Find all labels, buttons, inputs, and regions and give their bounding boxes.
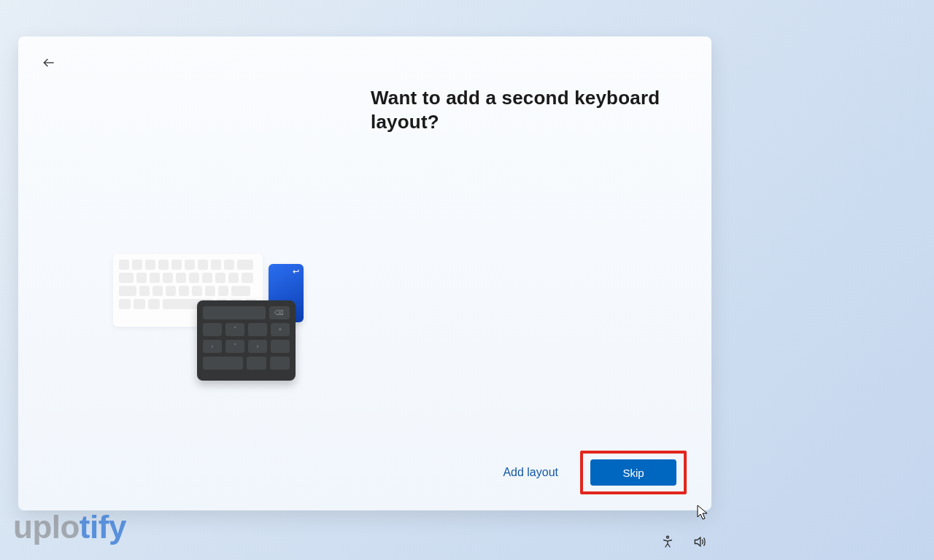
right-column: Want to add a second keyboard layout? (365, 86, 690, 451)
highlight-box: Skip (580, 451, 687, 494)
watermark-text: uplotify (13, 509, 126, 545)
footer-actions: Add layout Skip (40, 451, 690, 494)
left-column: ⌫ ˄+ ‹˅› (40, 86, 365, 451)
oobe-dialog: ⌫ ˄+ ‹˅› Want to add a second keyboard l… (18, 36, 711, 510)
page-heading: Want to add a second keyboard layout? (371, 86, 660, 133)
add-layout-button[interactable]: Add layout (497, 459, 564, 486)
content-row: ⌫ ˄+ ‹˅› Want to add a second keyboard l… (40, 86, 690, 451)
watermark-part2: tify (80, 509, 126, 545)
accessibility-button[interactable] (660, 534, 676, 550)
arrow-left-icon (42, 55, 56, 70)
accessibility-icon (660, 534, 675, 549)
svg-point-1 (667, 536, 669, 538)
volume-button[interactable] (692, 534, 708, 550)
skip-button[interactable]: Skip (590, 459, 676, 486)
dark-numpad-graphic: ⌫ ˄+ ‹˅› (197, 300, 296, 381)
keyboard-illustration: ⌫ ˄+ ‹˅› (113, 254, 317, 400)
volume-icon (692, 534, 707, 549)
watermark-part1: uplo (13, 509, 80, 545)
back-button[interactable] (40, 54, 58, 71)
system-tray (660, 534, 708, 550)
